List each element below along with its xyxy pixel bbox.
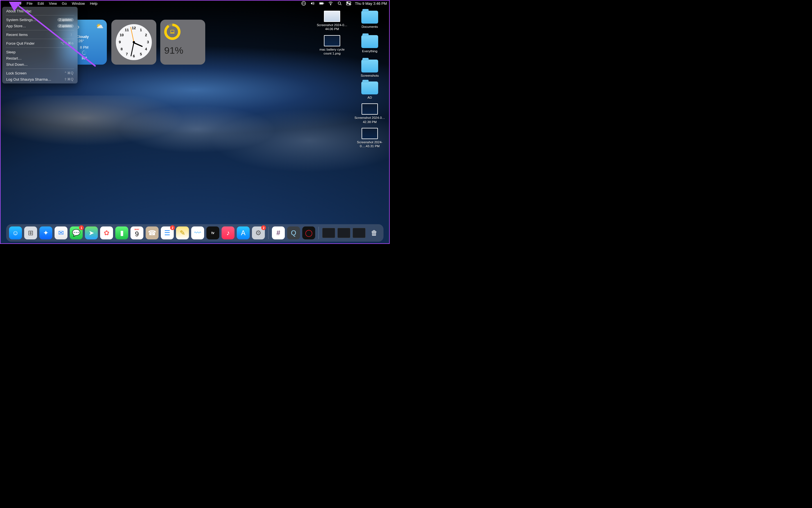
desktop-item[interactable]: Screenshots [354, 59, 385, 78]
file-thumbnail-icon [361, 103, 378, 115]
dock-appstore[interactable]: A [237, 226, 250, 240]
clock-number: 12 [131, 26, 137, 30]
menu-edit[interactable]: Edit [35, 0, 46, 7]
clock-number: 8 [119, 47, 124, 51]
dock-separator [318, 227, 319, 239]
menu-separator [6, 69, 74, 69]
menu-lock-label: Lock Screen [6, 71, 27, 75]
clock-number: 2 [143, 33, 149, 37]
menu-separator [6, 15, 74, 15]
menu-system-settings[interactable]: System Settings…2 updates [3, 16, 76, 23]
desktop-item[interactable]: Documents [354, 11, 385, 31]
battery-percentage: 91% [164, 45, 201, 56]
clock-number: 3 [145, 40, 150, 44]
dock-messages[interactable]: 💬1 [70, 226, 83, 240]
spotlight-icon[interactable] [337, 1, 342, 6]
lock-shortcut: ⌃⌘Q [64, 71, 74, 75]
desktop-item-label: Screenshot 2024-0…42.38 PM [354, 116, 385, 124]
appstore-update-badge: 2 updates [57, 24, 74, 28]
menu-app-store[interactable]: App Store…2 updates [3, 23, 76, 29]
dock-finder[interactable]: ☺ [9, 226, 22, 240]
dock-maps[interactable]: ➤ [85, 226, 98, 240]
dock-badge: 2 [261, 225, 266, 230]
svg-point-8 [347, 2, 348, 3]
desktop-item[interactable]: Screenshot 2024-0…42.38 PM [354, 103, 385, 124]
dock-calendar[interactable]: MAY9 [130, 226, 143, 240]
file-thumbnail-icon [361, 128, 378, 139]
menu-help[interactable]: Help [87, 0, 100, 7]
menu-file[interactable]: File [24, 0, 35, 7]
dock-thumb1[interactable] [322, 226, 335, 240]
menu-separator [6, 39, 74, 39]
dock-tv[interactable]: tv [206, 226, 219, 240]
dock-freeform[interactable]: 〰 [191, 226, 204, 240]
menu-settings-label: System Settings… [6, 18, 36, 22]
settings-update-badge: 2 updates [57, 18, 74, 22]
desktop-item-label: Screenshots [361, 74, 379, 78]
desktop-item[interactable]: Screenshot 2024-0…44.06 PM [317, 11, 348, 31]
menu-window[interactable]: Window [69, 0, 87, 7]
clock-number: 5 [138, 52, 143, 56]
menu-force-quit[interactable]: Force Quit Finder⌥⇧⌘⎋ [3, 40, 76, 46]
menu-recent-items[interactable]: Recent Items〉 [3, 32, 76, 38]
dock-photos[interactable]: ✿ [100, 226, 113, 240]
dock-settings[interactable]: ⚙2 [252, 226, 265, 240]
desktop-item[interactable]: Screenshot 2024-0….43.31 PM [354, 128, 385, 149]
menu-logout[interactable]: Log Out Shaurya Sharma…⇧⌘Q [3, 76, 76, 82]
laptop-icon [170, 30, 175, 34]
desktop-item-label: Everything [362, 49, 377, 53]
desktop-item[interactable]: AD [354, 82, 385, 99]
menubar-datetime[interactable]: Thu 9 May 3:46 PM [355, 0, 387, 7]
menu-restart[interactable]: Restart… [3, 55, 76, 61]
svg-point-5 [338, 2, 341, 4]
clock-widget[interactable]: 121234567891011 [111, 20, 156, 65]
moon-icon [82, 51, 86, 55]
menu-recent-label: Recent Items [6, 33, 28, 37]
menu-sleep-label: Sleep [6, 50, 15, 54]
menubar-app-name[interactable]: Finder [8, 0, 24, 7]
menu-view[interactable]: View [46, 0, 59, 7]
dock-thumb2[interactable] [337, 226, 350, 240]
menu-shutdown-label: Shut Down… [6, 62, 28, 67]
menu-shutdown[interactable]: Shut Down… [3, 61, 76, 68]
desktop-item-label: Documents [361, 25, 378, 29]
dock-notes[interactable]: ✎ [176, 226, 189, 240]
volume-icon[interactable] [310, 1, 315, 6]
dock-mail[interactable]: ✉ [54, 226, 68, 240]
dock-launchpad[interactable]: ⊞ [24, 226, 37, 240]
dock-slack[interactable]: # [272, 226, 285, 240]
desktop-item[interactable]: Everything [354, 35, 385, 56]
dock-safari[interactable]: ✦ [39, 226, 52, 240]
battery-ring [164, 24, 181, 40]
dock-facetime[interactable]: ▮ [115, 226, 128, 240]
dock-minimized-window [353, 228, 365, 238]
dock: ☺⊞✦✉💬1➤✿▮MAY9☎☰2✎〰tv♪A⚙2#Q◯🗑 [6, 224, 384, 242]
battery-icon[interactable] [319, 1, 324, 6]
menu-about-mac[interactable]: About This Mac [3, 8, 76, 14]
clock-number: 11 [124, 28, 129, 32]
dock-opera[interactable]: ◯ [302, 226, 315, 240]
dock-thumb3[interactable] [353, 226, 365, 240]
battery-widget[interactable]: 91% [160, 20, 205, 65]
wifi-icon[interactable] [328, 1, 333, 6]
dock-contacts[interactable]: ☎ [146, 226, 159, 240]
dock-minimized-window [322, 228, 335, 238]
desktop-icons: Screenshot 2024-0…44.06 PMDocumentsmac b… [312, 11, 385, 151]
dock-reminders[interactable]: ☰2 [161, 226, 174, 240]
logout-shortcut: ⇧⌘Q [64, 77, 74, 81]
dock-music[interactable]: ♪ [222, 226, 234, 240]
file-thumbnail-icon [324, 11, 340, 22]
weather-h1-temp: 33° [80, 56, 88, 60]
apple-menu-button[interactable] [3, 0, 8, 7]
hour-hand [133, 42, 143, 47]
creative-cloud-icon[interactable] [301, 1, 306, 6]
desktop-item[interactable]: mac battery cycle count 1.png [317, 35, 348, 56]
menu-go[interactable]: Go [59, 0, 69, 7]
dock-trash[interactable]: 🗑 [368, 226, 381, 240]
control-center-icon[interactable] [346, 1, 351, 6]
desktop-item-label: mac battery cycle count 1.png [317, 47, 348, 56]
dock-quicktime[interactable]: Q [287, 226, 300, 240]
menu-sleep[interactable]: Sleep [3, 49, 76, 55]
svg-rect-2 [319, 3, 323, 4]
menu-lock-screen[interactable]: Lock Screen⌃⌘Q [3, 70, 76, 76]
